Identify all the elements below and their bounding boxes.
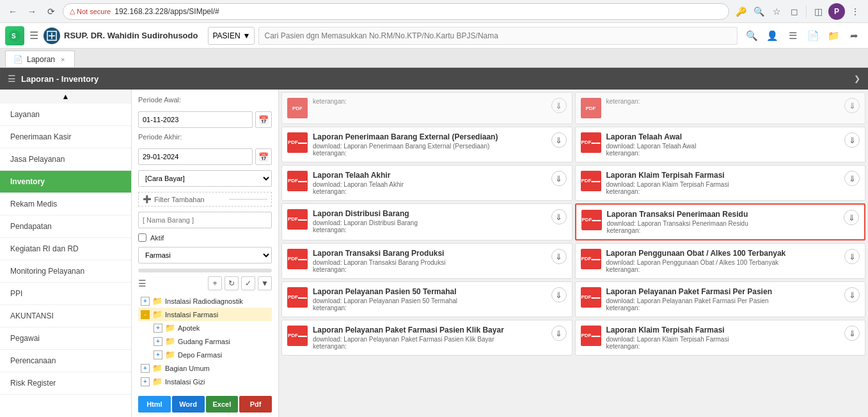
- tree-item-instalasi-farmasi[interactable]: - 📁 Instalasi Farmasi: [138, 308, 272, 321]
- expand-radiodiagnostik[interactable]: +: [141, 297, 150, 306]
- download-action-8[interactable]: ⇓: [844, 249, 860, 264]
- expand-gudang[interactable]: +: [154, 337, 162, 346]
- export-html-button[interactable]: Html: [138, 396, 171, 413]
- check-tree-button[interactable]: ✓: [241, 276, 255, 290]
- left-nav-item-penerimaan-kasir[interactable]: Penerimaan Kasir: [0, 126, 131, 148]
- report-card-partial-right[interactable]: PDF keterangan: ⇓: [575, 92, 866, 124]
- tree-item-bagian-umum[interactable]: + 📁 Bagian Umum: [138, 361, 272, 375]
- report-card-10[interactable]: PDF▬▬ Laporan Pelayanan Paket Farmasi Pe…: [575, 281, 866, 317]
- export-word-button[interactable]: Word: [172, 396, 205, 413]
- cara-bayar-select[interactable]: [Cara Bayar]: [138, 170, 272, 187]
- left-nav-item-akuntansi[interactable]: AKUNTANSI: [0, 305, 131, 327]
- aktif-checkbox[interactable]: [138, 233, 146, 242]
- report-card-6[interactable]: PDF▬▬ Laporan Transaksi Penerimaan Resid…: [575, 203, 866, 240]
- hamburger-button[interactable]: ☰: [29, 29, 38, 42]
- report-card-11[interactable]: PDF▬▬ Laporan Pelayanan Paket Farmasi Pa…: [281, 320, 572, 356]
- collapse-icon[interactable]: ❯: [854, 74, 860, 83]
- pasien-select[interactable]: PASIEN ▼: [208, 27, 255, 45]
- report-card-5[interactable]: PDF▬▬ Laporan Distribusi Barang download…: [281, 203, 572, 240]
- forward-button[interactable]: →: [24, 4, 40, 19]
- left-nav-item-layanan[interactable]: Layanan: [0, 104, 131, 126]
- address-bar[interactable]: △ Not secure 192.168.23.228/apps/SIMpel/…: [63, 3, 729, 20]
- nama-barang-input[interactable]: [138, 212, 272, 228]
- download-action-partial-right[interactable]: ⇓: [844, 98, 860, 113]
- person-icon[interactable]: 👤: [763, 27, 781, 45]
- left-nav-item-perencanaan[interactable]: Perencanaan: [0, 350, 131, 372]
- download-action-11[interactable]: ⇓: [551, 326, 567, 341]
- tree-item-apotek[interactable]: + 📁 Apotek: [138, 321, 272, 334]
- farmasi-select[interactable]: Farmasi: [138, 247, 272, 264]
- left-nav-item-risk-register[interactable]: Risk Register: [0, 372, 131, 395]
- download-action-3[interactable]: ⇓: [551, 171, 567, 186]
- download-action-6[interactable]: ⇓: [844, 210, 859, 225]
- scroll-up-button[interactable]: ▲: [0, 90, 131, 104]
- tab-close-button[interactable]: ×: [59, 55, 67, 64]
- patient-search-input[interactable]: [258, 27, 738, 45]
- tree-item-gudang-farmasi[interactable]: + 📁 Gudang Farmasi: [138, 334, 272, 348]
- folder-farmasi-icon: 📁: [152, 310, 162, 319]
- expand-depo[interactable]: +: [154, 350, 162, 359]
- download-action-partial-left[interactable]: ⇓: [551, 98, 567, 113]
- scroll-down-button[interactable]: ▼: [258, 276, 272, 290]
- export-excel-button[interactable]: Excel: [206, 396, 239, 413]
- report-card-7[interactable]: PDF▬▬ Laporan Transaksi Barang Produksi …: [281, 243, 572, 279]
- back-button[interactable]: ←: [5, 4, 20, 19]
- left-nav-item-inventory[interactable]: Inventory: [0, 171, 131, 193]
- report-card-9[interactable]: PDF▬▬ Laporan Pelayanan Pasien 50 Termah…: [281, 281, 572, 317]
- left-nav-item-ppi[interactable]: PPI: [0, 283, 131, 305]
- tree-item-radiodiagnostik[interactable]: + 📁 Instalasi Radiodiagnostik: [138, 294, 272, 308]
- signout-icon[interactable]: ➦: [845, 27, 863, 45]
- main-layout: ▲ LayananPenerimaan KasirJasa PelayananI…: [0, 90, 868, 417]
- extensions-icon[interactable]: ◻: [787, 4, 802, 19]
- report-card-1[interactable]: PDF▬▬ Laporan Penerimaan Barang External…: [281, 127, 572, 162]
- report-card-8[interactable]: PDF▬▬ Laporan Penggunaan Obat / Alkes 10…: [575, 243, 866, 279]
- calendar-awal-button[interactable]: 📅: [255, 111, 272, 128]
- reload-button[interactable]: ⟳: [43, 4, 59, 19]
- calendar-akhir-button[interactable]: 📅: [255, 148, 272, 165]
- tree-area: + 📁 Instalasi Radiodiagnostik - 📁 Instal…: [138, 294, 272, 388]
- report-card-partial-left[interactable]: PDF keterangan: ⇓: [281, 92, 572, 124]
- left-nav-item-pegawai[interactable]: Pegawai: [0, 327, 131, 350]
- list-icon[interactable]: ☰: [784, 27, 801, 45]
- add-tree-button[interactable]: +: [208, 276, 222, 290]
- sidebar-icon[interactable]: ◫: [810, 4, 826, 19]
- star-icon[interactable]: ☆: [769, 4, 784, 19]
- expand-bagian-umum[interactable]: +: [141, 364, 150, 373]
- left-nav-item-jasa-pelayanan[interactable]: Jasa Pelayanan: [0, 148, 131, 171]
- report-card-4[interactable]: PDF▬▬ Laporan Klaim Terpisah Farmasi dow…: [575, 165, 866, 201]
- report-card-3[interactable]: PDF▬▬ Laporan Telaah Akhir download: Lap…: [281, 165, 572, 201]
- search-app-icon[interactable]: 🔍: [743, 27, 761, 45]
- key-icon[interactable]: 🔑: [733, 4, 748, 19]
- download-action-5[interactable]: ⇓: [551, 209, 567, 224]
- download-action-7[interactable]: ⇓: [551, 249, 567, 264]
- left-nav-item-kegiatan-ri-dan-rd[interactable]: Kegiatan RI dan RD: [0, 238, 131, 260]
- expand-apotek[interactable]: +: [154, 324, 162, 333]
- laporan-tab[interactable]: 📄 Laporan ×: [5, 51, 75, 67]
- tree-item-instalasi-gizi[interactable]: + 📁 Instalasi Gizi: [138, 375, 272, 388]
- expand-gizi[interactable]: +: [141, 377, 150, 386]
- left-nav-item-pendapatan[interactable]: Pendapatan: [0, 216, 131, 238]
- report-icon-10: PDF▬▬: [581, 287, 601, 308]
- tree-item-depo-farmasi[interactable]: + 📁 Depo Farmasi: [138, 348, 272, 361]
- history-tree-button[interactable]: ↻: [225, 276, 239, 290]
- profile-button[interactable]: P: [828, 3, 845, 20]
- search-icon[interactable]: 🔍: [751, 4, 766, 19]
- periode-awal-input[interactable]: [138, 111, 253, 128]
- periode-akhir-input[interactable]: [138, 148, 253, 165]
- download-action-4[interactable]: ⇓: [844, 171, 860, 186]
- report-card-12[interactable]: PDF▬▬ Laporan Klaim Terpisah Farmasi dow…: [575, 320, 866, 356]
- download-action-1[interactable]: ⇓: [551, 132, 567, 148]
- download-action-2[interactable]: ⇓: [844, 132, 860, 148]
- menu-icon[interactable]: ☰: [8, 74, 16, 84]
- left-nav-item-monitoring-pelayanan[interactable]: Monitoring Pelayanan: [0, 260, 131, 283]
- report-card-2[interactable]: PDF▬▬ Laporan Telaah Awal download: Lapo…: [575, 127, 866, 162]
- document-icon[interactable]: 📄: [804, 27, 822, 45]
- expand-instalasi-farmasi[interactable]: -: [141, 310, 150, 319]
- download-action-9[interactable]: ⇓: [551, 287, 567, 303]
- download-action-10[interactable]: ⇓: [844, 287, 860, 303]
- export-pdf-button[interactable]: Pdf: [239, 396, 272, 413]
- download-action-12[interactable]: ⇓: [844, 326, 860, 341]
- left-nav-item-rekam-medis[interactable]: Rekam Medis: [0, 193, 131, 216]
- more-icon[interactable]: ⋮: [848, 4, 863, 19]
- folder-icon[interactable]: 📁: [825, 27, 842, 45]
